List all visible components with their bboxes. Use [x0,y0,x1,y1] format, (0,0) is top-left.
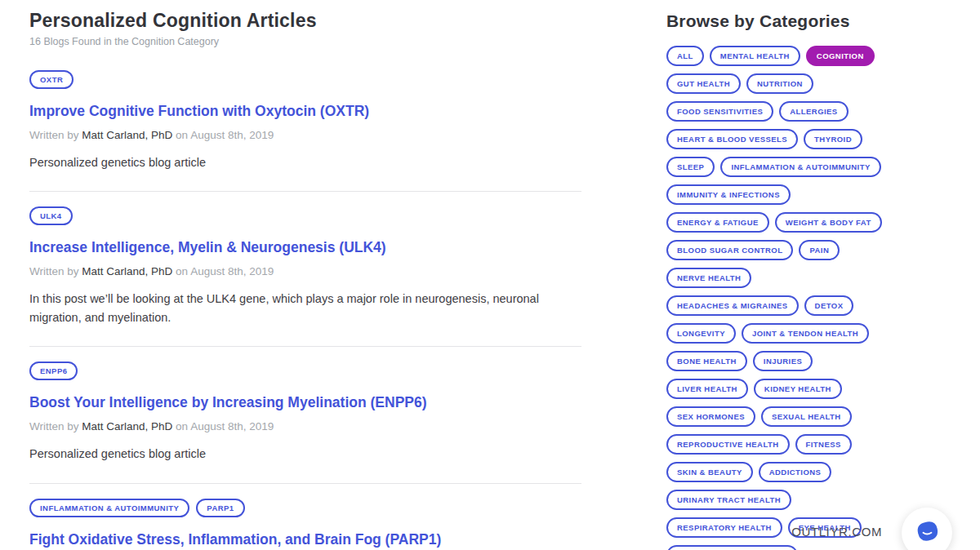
category-pill-food-sensitivities[interactable]: FOOD SENSITIVITIES [666,101,773,122]
category-pill-fitness[interactable]: FITNESS [795,434,852,455]
article-excerpt: Personalized genetics blog article [29,153,559,171]
results-count: 16 Blogs Found in the Cognition Category [29,36,581,47]
article-card: INFLAMMATION & AUTOIMMUNITYPARP1Fight Ox… [29,484,581,550]
article-tags: ULK4 [29,206,581,225]
category-pill-cognition[interactable]: COGNITION [806,46,875,66]
category-pill-mental-health[interactable]: MENTAL HEALTH [710,46,800,66]
category-pill-bone-health[interactable]: BONE HEALTH [666,351,747,371]
tag-pill-enpp6[interactable]: ENPP6 [29,361,78,380]
article-card: OXTRImprove Cognitive Function with Oxyt… [29,55,581,192]
meta-written-by: Written by [29,265,79,277]
category-pill-inflammation-autoimmunity[interactable]: INFLAMMATION & AUTOIMMUNITY [720,157,880,177]
category-pill-dental-mouth-health[interactable]: DENTAL & MOUTH HEALTH [666,545,798,550]
category-pill-blood-sugar-control[interactable]: BLOOD SUGAR CONTROL [666,240,793,260]
category-pill-sex-hormones[interactable]: SEX HORMONES [666,406,755,427]
article-tags: OXTR [29,70,581,89]
category-pill-sexual-health[interactable]: SEXUAL HEALTH [761,406,852,427]
article-meta: Written by Matt Carland, PhD on August 8… [29,129,581,141]
categories-title: Browse by Categories [666,11,897,31]
tag-pill-parp1[interactable]: PARP1 [196,499,244,517]
category-pill-allergies[interactable]: ALLERGIES [779,101,848,122]
page-layout: Personalized Cognition Articles 16 Blogs… [0,0,980,550]
site-watermark: OUTLIYR.COM [791,525,882,539]
category-pill-nerve-health[interactable]: NERVE HEALTH [666,268,751,288]
category-pill-immunity-infections[interactable]: IMMUNITY & INFECTIONS [666,184,791,205]
tag-pill-inflammation-autoimmunity[interactable]: INFLAMMATION & AUTOIMMUNITY [29,499,189,517]
page-title: Personalized Cognition Articles [29,10,581,32]
category-pill-list: ALLMENTAL HEALTHCOGNITIONGUT HEALTHNUTRI… [666,46,889,550]
article-date: August 8th, 2019 [190,265,274,277]
article-title-link[interactable]: Boost Your Intelligence by Increasing My… [29,394,581,411]
category-pill-addictions[interactable]: ADDICTIONS [759,462,832,482]
category-pill-detox[interactable]: DETOX [804,295,854,316]
article-author: Matt Carland, PhD [82,265,172,277]
article-title-link[interactable]: Fight Oxidative Stress, Inflammation, an… [29,531,581,548]
meta-on: on [176,265,188,277]
category-pill-pain[interactable]: PAIN [799,240,840,260]
category-pill-heart-blood-vessels[interactable]: HEART & BLOOD VESSELS [666,129,798,149]
article-title-link[interactable]: Improve Cognitive Function with Oxytocin… [29,103,581,120]
tag-pill-ulk4[interactable]: ULK4 [29,206,73,225]
category-pill-skin-beauty[interactable]: SKIN & BEAUTY [666,462,753,482]
category-pill-nutrition[interactable]: NUTRITION [746,73,813,94]
article-meta: Written by Matt Carland, PhD on August 8… [29,420,581,432]
category-pill-sleep[interactable]: SLEEP [666,157,715,177]
article-meta: Written by Matt Carland, PhD on August 8… [29,265,581,277]
meta-on: on [176,420,188,432]
category-pill-injuries[interactable]: INJURIES [753,351,813,371]
article-list: OXTRImprove Cognitive Function with Oxyt… [29,55,581,550]
article-column: Personalized Cognition Articles 16 Blogs… [29,7,581,550]
meta-written-by: Written by [29,129,79,141]
category-pill-all[interactable]: ALL [666,46,704,66]
outliyr-logo-icon [912,517,942,549]
category-pill-urinary-tract-health[interactable]: URINARY TRACT HEALTH [666,490,791,510]
article-date: August 8th, 2019 [190,420,274,432]
article-card: ENPP6Boost Your Intelligence by Increasi… [29,347,581,483]
category-pill-gut-health[interactable]: GUT HEALTH [666,73,741,94]
categories-sidebar: Browse by Categories ALLMENTAL HEALTHCOG… [666,7,897,550]
category-pill-longevity[interactable]: LONGEVITY [666,323,736,344]
article-date: August 8th, 2019 [190,129,274,141]
category-pill-energy-fatigue[interactable]: ENERGY & FATIGUE [666,212,769,233]
category-pill-thyroid[interactable]: THYROID [804,129,862,149]
category-pill-reproductive-health[interactable]: REPRODUCTIVE HEALTH [666,434,790,455]
category-pill-weight-body-fat[interactable]: WEIGHT & BODY FAT [775,212,882,233]
category-pill-liver-health[interactable]: LIVER HEALTH [666,379,748,399]
category-pill-kidney-health[interactable]: KIDNEY HEALTH [754,379,842,399]
article-excerpt: Personalized genetics blog article [29,445,559,463]
category-pill-respiratory-health[interactable]: RESPIRATORY HEALTH [666,517,782,538]
article-tags: INFLAMMATION & AUTOIMMUNITYPARP1 [29,499,581,517]
tag-pill-oxtr[interactable]: OXTR [29,70,74,89]
article-tags: ENPP6 [29,361,581,380]
meta-on: on [176,129,188,141]
article-card: ULK4Increase Intelligence, Myelin & Neur… [29,192,581,347]
meta-written-by: Written by [29,420,79,432]
category-pill-headaches-migraines[interactable]: HEADACHES & MIGRAINES [666,295,799,316]
article-excerpt: In this post we’ll be looking at the ULK… [29,290,559,326]
article-author: Matt Carland, PhD [82,129,172,141]
category-pill-joint-tendon-health[interactable]: JOINT & TENDON HEALTH [742,323,869,344]
article-author: Matt Carland, PhD [82,420,172,432]
article-title-link[interactable]: Increase Intelligence, Myelin & Neurogen… [29,239,581,256]
